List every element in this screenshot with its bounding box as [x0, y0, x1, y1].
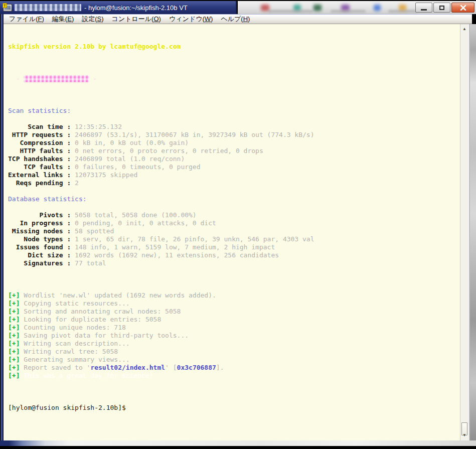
blurred-label [268, 10, 313, 13]
title-redacted-ip-blur [15, 4, 81, 11]
stat-row: Node types : 1 serv, 65 dir, 78 file, 26… [8, 235, 460, 243]
log-line: [+] Writing scan description... [8, 340, 460, 348]
menu-item-h[interactable]: ヘルプ(H) [217, 14, 254, 24]
blurred-favicon [374, 5, 381, 11]
log-line: [+] Looking for duplicate entries: 5058 [8, 316, 460, 324]
log-text: Report saved to ' [24, 364, 90, 371]
stat-value: 2406897 (53.1/s), 31170067 kB in, 392734… [75, 131, 314, 138]
stat-label: HTTP requests : [8, 131, 75, 138]
stat-value: 77 total [75, 259, 106, 267]
teraterm-terminal-icon: T [3, 4, 12, 12]
stat-label: Pivots : [8, 211, 75, 219]
stat-label: TCP handshakes : [8, 155, 75, 163]
menu-item-f[interactable]: ファイル(F) [5, 14, 48, 24]
blurred-label [331, 10, 366, 13]
section-title: Database statistics: [8, 195, 460, 203]
window-controls [414, 3, 474, 13]
menu-item-w[interactable]: ウィンドウ(W) [165, 14, 217, 24]
plus-marker: [+] [8, 364, 24, 371]
statistics-blocks: Scan statistics: Scan time : 12:35:25.13… [8, 107, 460, 267]
scroll-down-arrow-icon[interactable]: ▼ [460, 431, 468, 439]
log-line: [+] Copying static resources... [8, 300, 460, 308]
scroll-up-arrow-icon[interactable]: ▲ [460, 25, 468, 33]
blurred-favicon [313, 5, 322, 11]
titlebar-active-area[interactable]: T - hylom@fusion:~/skipfish-2.10b VT [0, 1, 237, 14]
log-line: [+] Writing crawl tree: 5058 [8, 348, 460, 356]
menu-item-o[interactable]: コントロール(O) [108, 14, 165, 24]
plus-marker: [+] [8, 308, 24, 315]
stat-value: 12073175 skipped [75, 171, 137, 179]
log-text: Counting unique nodes: 718 [24, 324, 126, 331]
screen: T - hylom@fusion:~/skipfish-2.10b VT [0, 0, 476, 449]
plus-marker: [+] [8, 324, 24, 331]
log-line: [+] Saving pivot data for third-party to… [8, 332, 460, 340]
stat-label: Missing nodes : [8, 227, 75, 235]
stat-value: 58 spotted [75, 227, 114, 235]
log-line: [+] Generating summary views... [8, 356, 460, 364]
close-button[interactable] [451, 3, 474, 13]
background-window-blur-strip [238, 1, 476, 14]
log-text: ' [ [165, 364, 177, 371]
plus-marker: [+] [8, 340, 24, 347]
log-text: 0x3c706887 [177, 364, 216, 371]
plus-marker: [+] [8, 372, 24, 379]
log-text: Writing crawl tree: 5058 [24, 348, 118, 355]
target-decor: - [89, 75, 97, 82]
maximize-icon [439, 6, 444, 10]
stat-label: HTTP faults : [8, 147, 75, 155]
log-text: ]. [216, 364, 224, 371]
title-bar[interactable]: T - hylom@fusion:~/skipfish-2.10b VT [0, 1, 476, 14]
maximize-button[interactable] [433, 3, 450, 13]
log-line: [+] Sorting and annotating crawl nodes: … [8, 308, 460, 316]
menu-item-s[interactable]: 設定(S) [78, 14, 107, 24]
skipfish-banner: skipfish version 2.10b by lcamtuf@google… [8, 43, 460, 51]
stat-label: Node types : [8, 235, 75, 243]
stat-row: Missing nodes : 58 spotted [8, 227, 460, 235]
log-line: [+] This was a great day for science! [8, 372, 460, 380]
stat-value: 0 net errors, 0 proto errors, 0 retried,… [75, 147, 263, 155]
menu-item-e[interactable]: 編集(E) [48, 14, 78, 24]
stat-value: 1 serv, 65 dir, 78 file, 26 pinfo, 39 un… [75, 235, 314, 243]
stat-value: 2 [75, 179, 79, 187]
log-text: Saving pivot data for third-party tools.… [24, 332, 189, 339]
stat-label: Issues found : [8, 243, 75, 251]
stat-row: In progress : 0 pending, 0 init, 0 attac… [8, 219, 460, 227]
stat-label: Compression : [8, 139, 75, 146]
stat-label: External links : [8, 171, 75, 179]
stat-row: Pivots : 5058 total, 5058 done (100.00%) [8, 211, 460, 219]
log-text: result02/index.html [90, 364, 165, 371]
log-line: [+] Report saved to 'result02/index.html… [8, 364, 460, 372]
plus-marker: [+] [8, 300, 24, 307]
vertical-scrollbar[interactable]: ▲ ▼ [460, 24, 468, 440]
log-line: [+] Wordlist 'new.wl' updated (1692 new … [8, 291, 460, 300]
log-text: Wordlist 'new.wl' updated (1692 new word… [24, 291, 216, 299]
teraterm-badge: T [3, 3, 7, 8]
redacted-target-ip-blur [24, 75, 89, 82]
stat-row: Compression : 0 kB in, 0 kB out (0.0% ga… [8, 139, 460, 147]
log-text: Looking for duplicate entries: 5058 [24, 316, 161, 323]
stat-value: 148 info, 1 warn, 5159 low, 7 medium, 2 … [75, 243, 275, 251]
stat-label: In progress : [8, 219, 75, 227]
plus-marker: [+] [8, 316, 24, 323]
stat-value: 12:35:25.132 [75, 123, 122, 130]
stat-row: Scan time : 12:35:25.132 [8, 123, 460, 131]
log-text: Writing scan description... [24, 340, 129, 347]
stat-label: Scan time : [8, 123, 75, 130]
window-title: - hylom@fusion:~/skipfish-2.10b VT [84, 4, 188, 12]
stat-value: 0 kB in, 0 kB out (0.0% gain) [75, 139, 189, 146]
minimize-icon [421, 9, 427, 11]
terminal-screen[interactable]: skipfish version 2.10b by lcamtuf@google… [4, 24, 460, 440]
log-line: [+] Counting unique nodes: 718 [8, 324, 460, 332]
log-text: Copying static resources... [24, 300, 129, 307]
section-title: Scan statistics: [8, 107, 460, 115]
stat-row: External links : 12073175 skipped [8, 171, 460, 179]
menu-bar: ファイル(F)編集(E)設定(S)コントロール(O)ウィンドウ(W)ヘルプ(H) [0, 14, 472, 24]
stat-value: 0 failures, 0 timeouts, 0 purged [75, 163, 200, 171]
stat-label: Signatures : [8, 259, 75, 267]
log-lines: [+] Wordlist 'new.wl' updated (1692 new … [8, 291, 460, 380]
window-left-border [0, 14, 4, 446]
plus-marker: [+] [8, 291, 24, 299]
log-text: Sorting and annotating crawl nodes: 5058 [24, 308, 181, 315]
minimize-button[interactable] [415, 3, 432, 13]
blurred-label [388, 10, 418, 13]
